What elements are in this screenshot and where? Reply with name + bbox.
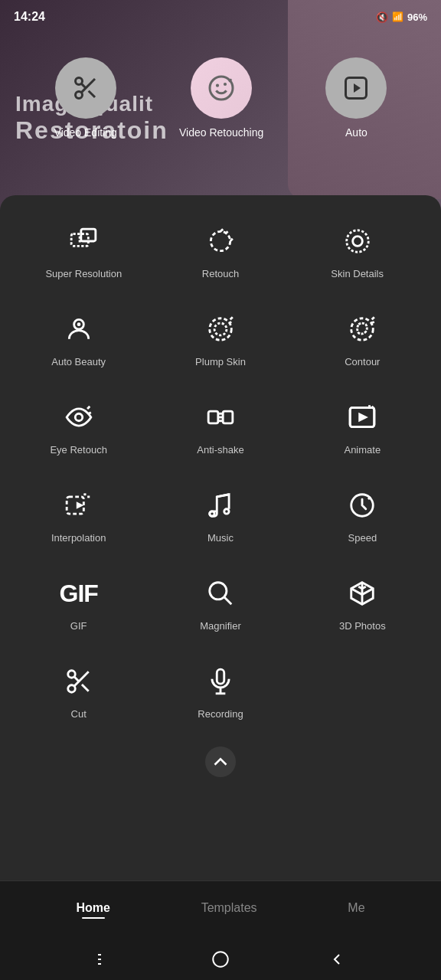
tool-anti-shake[interactable]: Anti-shake xyxy=(149,383,291,471)
svg-point-1 xyxy=(75,92,82,99)
tool-cut[interactable]: Cut xyxy=(8,647,149,735)
svg-line-15 xyxy=(220,229,223,231)
system-nav xyxy=(0,938,441,980)
tool-retouch[interactable]: Retouch xyxy=(152,214,289,295)
3d-photos-label: 3D Photos xyxy=(339,620,386,632)
eye-retouch-icon xyxy=(60,398,98,436)
svg-point-14 xyxy=(211,231,230,250)
recording-label: Recording xyxy=(198,708,243,720)
main-panel: Super Resolution Retouch Skin Details xyxy=(0,195,441,880)
tools-grid: Auto Beauty Plump Skin xyxy=(8,295,433,735)
svg-point-21 xyxy=(77,322,80,326)
tool-gif[interactable]: GIF GIF xyxy=(8,559,149,647)
tool-speed[interactable]: Speed xyxy=(292,471,433,559)
svg-rect-32 xyxy=(208,411,218,423)
gif-label: GIF xyxy=(70,620,87,632)
svg-line-56 xyxy=(82,684,89,691)
svg-point-26 xyxy=(351,318,374,341)
animate-icon xyxy=(343,398,381,436)
category-video-retouching[interactable]: Video Retouching xyxy=(179,57,263,139)
nav-home-underline xyxy=(82,917,105,919)
nav-home-label: Home xyxy=(76,901,109,915)
tool-animate[interactable]: Animate xyxy=(292,383,433,471)
tool-auto-beauty[interactable]: Auto Beauty xyxy=(8,295,149,383)
skin-details-icon xyxy=(338,222,377,260)
category-row: Video Editing Video Retouching Auto xyxy=(0,57,441,139)
svg-line-28 xyxy=(371,322,374,324)
svg-point-46 xyxy=(224,509,229,514)
tool-plump-skin[interactable]: Plump Skin xyxy=(149,295,291,383)
tool-contour[interactable]: Contour xyxy=(292,295,433,383)
eye-retouch-label: Eye Retouch xyxy=(50,444,106,456)
category-auto-label: Auto xyxy=(345,126,368,139)
svg-rect-10 xyxy=(71,234,88,247)
tool-skin-details[interactable]: Skin Details xyxy=(289,214,426,295)
status-icons: 🔇 📶 96% xyxy=(376,11,427,23)
nav-templates[interactable]: Templates xyxy=(201,901,257,919)
back-button[interactable] xyxy=(322,944,352,975)
home-button[interactable] xyxy=(205,944,236,975)
cut-icon xyxy=(60,662,98,701)
3d-photos-icon xyxy=(343,574,381,612)
nav-home[interactable]: Home xyxy=(76,901,109,919)
menu-button[interactable] xyxy=(89,944,119,975)
category-video-retouching-label: Video Retouching xyxy=(179,126,263,139)
tool-super-resolution[interactable]: Super Resolution xyxy=(15,214,152,295)
collapse-circle xyxy=(205,746,236,777)
mute-icon: 🔇 xyxy=(376,11,388,23)
svg-line-31 xyxy=(88,413,90,414)
svg-point-54 xyxy=(67,685,75,693)
interpolation-icon xyxy=(60,486,98,524)
svg-line-3 xyxy=(88,91,94,97)
bottom-nav: Home Templates Me xyxy=(0,880,441,938)
svg-point-29 xyxy=(75,413,83,421)
music-label: Music xyxy=(207,532,234,544)
plump-skin-label: Plump Skin xyxy=(195,356,246,368)
animate-label: Animate xyxy=(344,444,381,456)
status-bar: 14:24 🔇 📶 96% xyxy=(0,0,441,34)
status-time: 14:24 xyxy=(14,10,45,24)
category-video-editing-label: Video Editing xyxy=(54,126,117,139)
category-video-editing[interactable]: Video Editing xyxy=(54,57,117,139)
speed-icon xyxy=(343,486,381,524)
tool-eye-retouch[interactable]: Eye Retouch xyxy=(8,383,149,471)
super-resolution-icon xyxy=(64,222,103,260)
svg-line-4 xyxy=(81,83,86,88)
tool-magnifier[interactable]: Magnifier xyxy=(149,559,291,647)
nav-me-label: Me xyxy=(348,901,364,915)
tool-interpolation[interactable]: Interpolation xyxy=(8,471,149,559)
scissors-circle xyxy=(55,57,116,119)
tool-3d-photos[interactable]: 3D Photos xyxy=(292,559,433,647)
anti-shake-icon xyxy=(201,398,240,436)
svg-line-52 xyxy=(224,597,232,605)
signal-icon: 📶 xyxy=(392,11,403,22)
svg-point-63 xyxy=(213,952,228,967)
svg-marker-38 xyxy=(359,413,369,423)
svg-point-19 xyxy=(352,237,362,247)
nav-templates-label: Templates xyxy=(201,901,257,915)
plump-skin-icon xyxy=(201,310,240,348)
svg-line-17 xyxy=(230,239,233,241)
svg-point-51 xyxy=(210,583,227,599)
tool-music[interactable]: Music xyxy=(149,471,291,559)
svg-line-30 xyxy=(87,407,90,409)
svg-point-47 xyxy=(210,511,214,516)
svg-point-22 xyxy=(210,318,232,341)
tool-recording[interactable]: Recording xyxy=(149,647,291,735)
recording-icon xyxy=(201,662,240,701)
svg-point-53 xyxy=(67,671,75,678)
skin-details-label: Skin Details xyxy=(331,268,384,279)
partial-tools-row: Super Resolution Retouch Skin Details xyxy=(8,211,433,295)
contour-label: Contour xyxy=(345,356,380,368)
nav-me[interactable]: Me xyxy=(348,901,364,919)
super-resolution-label: Super Resolution xyxy=(45,268,122,279)
music-icon xyxy=(201,486,240,524)
category-auto[interactable]: Auto xyxy=(325,57,387,139)
collapse-button[interactable] xyxy=(8,735,433,789)
auto-circle xyxy=(325,57,387,119)
svg-marker-9 xyxy=(354,83,361,93)
smiley-circle xyxy=(191,57,252,119)
interpolation-label: Interpolation xyxy=(51,532,106,544)
svg-point-18 xyxy=(346,230,368,253)
retouch-icon xyxy=(201,222,240,260)
